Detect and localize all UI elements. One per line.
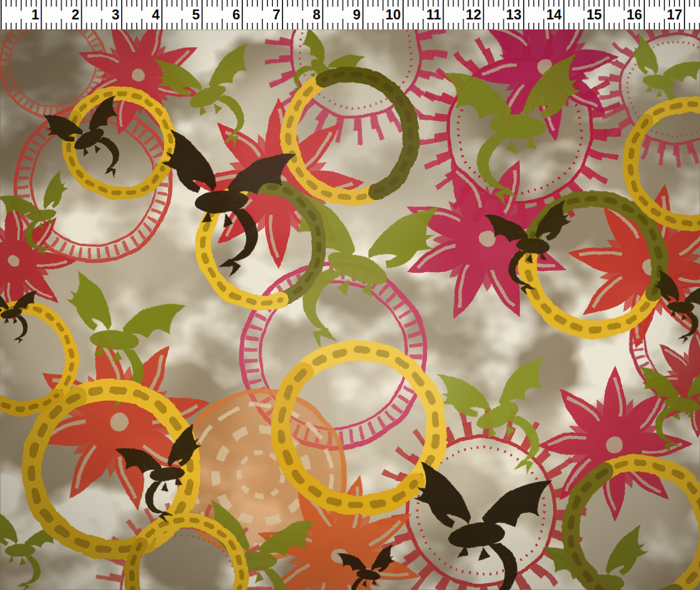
ruler-number: 4 <box>152 7 160 22</box>
ruler-number: 5 <box>192 7 200 22</box>
ruler-number: 15 <box>587 7 602 22</box>
ruler-number: 10 <box>385 7 401 22</box>
ruler-number: 16 <box>627 7 642 22</box>
ruler-number: 11 <box>426 7 441 22</box>
ruler-number: 6 <box>232 7 240 22</box>
fabric-listing-photo: 1234567891011121314151617 <box>0 0 700 590</box>
ruler-number: 1 <box>31 7 39 22</box>
ruler-number: 3 <box>112 7 120 22</box>
ruler-number: 14 <box>546 7 562 22</box>
ruler-number: 2 <box>72 7 80 22</box>
ruler-number: 17 <box>667 7 682 22</box>
ruler-number: 13 <box>506 7 522 22</box>
ruler-number: 9 <box>353 7 361 22</box>
fabric-swatch <box>0 29 700 590</box>
ruler: 1234567891011121314151617 <box>0 0 700 29</box>
photo-lighting <box>0 29 700 590</box>
ruler-number: 12 <box>466 7 481 22</box>
ruler-number: 8 <box>312 7 320 22</box>
ruler-number: 7 <box>272 7 280 22</box>
